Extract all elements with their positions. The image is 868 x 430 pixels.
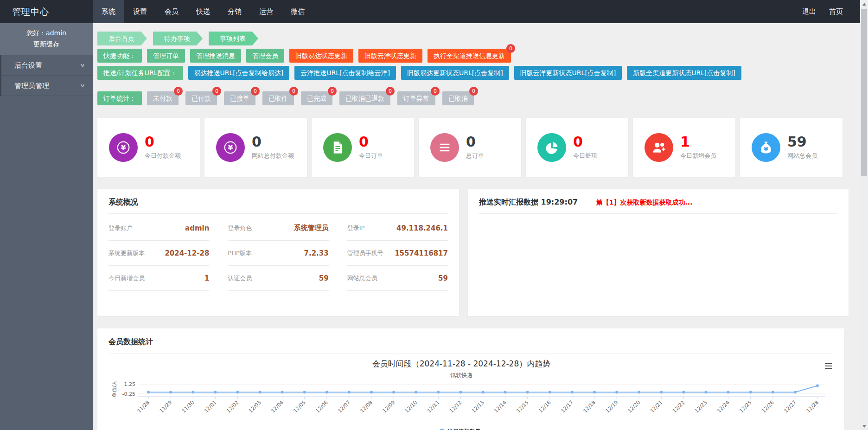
stat-card: 0今日订单 — [312, 118, 414, 177]
sidebar-menu: 后台设置∨管理员管理∨ — [0, 55, 93, 96]
svg-text:12/05: 12/05 — [292, 399, 307, 414]
url-actions-row: 推送/计划任务URL配置：易达推送URL[点击复制给易达]云洋推送URL[点击复… — [97, 66, 849, 80]
section-label-button[interactable]: 推送/计划任务URL配置： — [97, 66, 183, 80]
stat-label: 今日订单 — [359, 152, 383, 160]
info-cell: 认证会员59 — [228, 266, 328, 291]
order-stat-item[interactable]: 订单异常0 — [397, 91, 435, 105]
info-label: 登录IP — [347, 224, 365, 232]
order-stat-item[interactable]: 已完成0 — [301, 91, 332, 105]
panel-title: 会员数据统计 — [108, 328, 833, 353]
stat-label: 今日新增会员 — [680, 152, 716, 160]
order-stat-item[interactable]: 已取消0 — [442, 91, 474, 105]
info-value: 49.118.246.1 — [396, 224, 448, 232]
app-title: 管理中心 — [0, 0, 93, 23]
scrollbar[interactable] — [860, 0, 868, 430]
svg-text:11/29: 11/29 — [159, 399, 173, 414]
stat-card-meta: 59网站总会员 — [787, 135, 817, 160]
count-badge: 0 — [469, 87, 478, 96]
main-nav: 系统设置会员快递分销运营微信 — [93, 0, 313, 23]
sidebar-item-label: 后台设置 — [14, 55, 42, 76]
scroll-down-icon[interactable] — [860, 422, 868, 430]
order-stats-row: 订单统计：未付款0已付款0已接单0已取件0已完成0已取消已退款0订单异常0已取消… — [97, 91, 849, 105]
user-add-icon — [645, 133, 673, 162]
stat-label: 今日付款金额 — [145, 152, 181, 160]
home-link[interactable]: 首页 — [823, 0, 849, 23]
order-stat-item[interactable]: 已取件0 — [262, 91, 294, 105]
svg-text:12/25: 12/25 — [738, 399, 753, 414]
svg-text:1.25: 1.25 — [124, 381, 136, 387]
count-badge: 0 — [289, 87, 298, 96]
scroll-up-icon[interactable] — [860, 0, 868, 8]
info-label: 登录账户 — [108, 224, 133, 232]
nav-item[interactable]: 快递 — [187, 0, 219, 23]
refresh-cache-link[interactable]: 更新缓存 — [0, 40, 93, 49]
url-copy-button[interactable]: 云洋推送URL[点击复制给云洋] — [294, 66, 396, 80]
stat-card-meta: 0网站总付款金额 — [252, 135, 294, 160]
logout-link[interactable]: 退出 — [796, 0, 823, 23]
info-value: 59 — [319, 274, 329, 282]
user-greeting: 您好：admin — [0, 29, 93, 38]
count-badge: 0 — [251, 87, 260, 96]
chart-menu-icon[interactable] — [825, 362, 832, 370]
main-content: 后台首页待办事项事项列表 快捷功能：管理订单管理推送消息管理会员旧版易达状态更新… — [93, 23, 849, 430]
svg-text:12/23: 12/23 — [694, 399, 708, 414]
order-stat-item[interactable]: 已付款0 — [185, 91, 217, 105]
sidebar-item-admin-management[interactable]: 管理员管理∨ — [0, 76, 93, 96]
url-copy-button[interactable]: 旧版云洋更新状态URL[点击复制] — [514, 66, 622, 80]
scrollbar-thumb[interactable] — [861, 9, 867, 176]
svg-text:¥: ¥ — [764, 145, 768, 152]
svg-text:会员时间段（2024-11-28 - 2024-12-28）: 会员时间段（2024-11-28 - 2024-12-28）内趋势 — [372, 359, 551, 368]
breadcrumb-item[interactable]: 后台首页 — [97, 32, 141, 45]
svg-text:12/09: 12/09 — [382, 399, 396, 414]
member-trend-chart: 会员时间段（2024-11-28 - 2024-12-28）内趋势讯软快递单位/… — [108, 357, 833, 430]
chevron-down-icon: ∨ — [80, 76, 85, 96]
svg-text:12/13: 12/13 — [471, 399, 485, 414]
quick-action-button[interactable]: 管理订单 — [147, 49, 185, 63]
nav-item[interactable]: 会员 — [156, 0, 187, 23]
breadcrumb-item[interactable]: 待办事项 — [153, 32, 197, 45]
stat-value: 0 — [145, 135, 181, 149]
panels-row: 系统概况 登录账户admin登录角色系统管理员登录IP49.118.246.1系… — [97, 189, 849, 316]
svg-text:12/14: 12/14 — [493, 399, 508, 414]
yen-circle-icon: ¥ — [109, 133, 138, 162]
breadcrumb-item[interactable]: 事项列表 — [209, 32, 252, 45]
nav-item[interactable]: 设置 — [124, 0, 156, 23]
nav-item[interactable]: 微信 — [282, 0, 313, 23]
svg-text:12/17: 12/17 — [560, 399, 574, 414]
info-cell: 管理员手机号15574116817 — [347, 241, 448, 266]
status-update-button[interactable]: 旧版易达状态更新 — [289, 49, 353, 63]
stat-card: 0总订单 — [419, 118, 521, 177]
info-cell: PHP版本7.2.33 — [228, 241, 328, 266]
section-label-button[interactable]: 快捷功能： — [97, 49, 142, 63]
svg-text:12/10: 12/10 — [404, 399, 419, 414]
stat-card: ¥0今日付款金额 — [97, 118, 200, 177]
quick-action-button[interactable]: 管理会员 — [246, 49, 284, 63]
count-badge: 0 — [506, 44, 515, 53]
status-update-button[interactable]: 旧版云洋状态更新 — [358, 49, 422, 63]
stat-value: 1 — [680, 135, 716, 149]
pie-icon — [537, 133, 566, 162]
status-update-button[interactable]: 执行全渠道推送信息更新0 — [428, 49, 511, 63]
svg-text:12/22: 12/22 — [671, 399, 686, 414]
count-badge: 0 — [328, 87, 337, 96]
section-label-button[interactable]: 订单统计： — [97, 91, 142, 105]
stat-value: 0 — [359, 135, 383, 149]
svg-text:11/28: 11/28 — [136, 399, 151, 414]
nav-item[interactable]: 分销 — [219, 0, 250, 23]
order-stat-item[interactable]: 未付款0 — [147, 91, 179, 105]
url-copy-button[interactable]: 旧版易达更新状态URL[点击复制] — [401, 66, 509, 80]
svg-text:¥: ¥ — [121, 143, 126, 152]
order-stat-item[interactable]: 已取消已退款0 — [339, 91, 390, 105]
nav-item[interactable]: 运营 — [250, 0, 282, 23]
order-stat-item[interactable]: 已接单0 — [224, 91, 255, 105]
url-copy-button[interactable]: 易达推送URL[点击复制给易达] — [188, 66, 290, 80]
sidebar-item-backend-settings[interactable]: 后台设置∨ — [0, 55, 93, 76]
panel-header: 推送实时汇报数据 19:29:07 第【1】次获取新数据获取成功... — [479, 189, 837, 214]
url-copy-button[interactable]: 新版全渠道更新状态URL[点击复制] — [627, 66, 741, 80]
quick-action-button[interactable]: 管理推送消息 — [190, 49, 241, 63]
stat-card: 0今日提现 — [526, 118, 628, 177]
nav-item[interactable]: 系统 — [93, 0, 124, 23]
info-value: 7.2.33 — [304, 249, 329, 257]
info-cell: 登录账户admin — [108, 216, 209, 241]
info-cell: 今日新增会员1 — [108, 266, 209, 291]
